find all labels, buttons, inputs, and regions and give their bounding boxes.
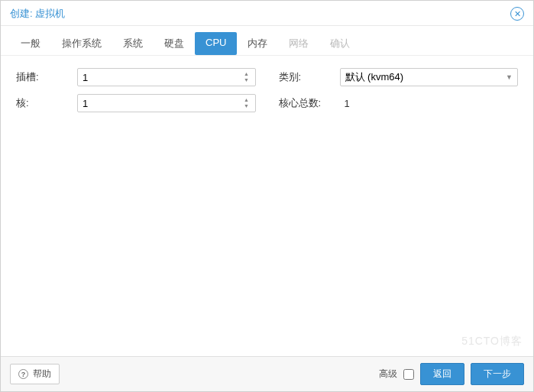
sockets-spinner-arrows[interactable]: ▲ ▼ [241,69,252,86]
tab-cpu[interactable]: CPU [195,32,237,55]
cores-row: 核: ▲ ▼ [16,94,256,112]
tab-os[interactable]: 操作系统 [51,32,112,55]
cores-field[interactable] [83,98,251,109]
dialog-body: 插槽: ▲ ▼ 类别: ▼ 核: [1,56,533,356]
tab-system[interactable]: 系统 [112,32,154,55]
wizard-tabs: 一般 操作系统 系统 硬盘 CPU 内存 网络 确认 [1,26,533,56]
cpu-form: 插槽: ▲ ▼ 类别: ▼ 核: [16,68,518,112]
help-label: 帮助 [33,368,51,381]
tab-memory[interactable]: 内存 [237,32,278,55]
sockets-label: 插槽: [16,70,77,84]
cores-label: 核: [16,96,77,110]
total-row: 核心总数: 1 [279,94,519,112]
type-select[interactable]: ▼ [340,68,519,86]
dialog-header: 创建: 虚拟机 ✕ [1,1,533,26]
advanced-checkbox[interactable] [403,369,414,380]
footer-right: 高级 返回 下一步 [379,363,524,385]
chevron-up-icon[interactable]: ▲ [241,71,252,77]
close-icon: ✕ [514,10,521,18]
tab-network: 网络 [278,32,319,55]
type-label: 类别: [279,70,340,84]
total-value: 1 [340,98,519,109]
close-button[interactable]: ✕ [510,7,524,21]
cores-spinner-arrows[interactable]: ▲ ▼ [241,95,252,112]
sockets-field[interactable] [83,72,251,83]
chevron-down-icon[interactable]: ▼ [506,73,513,81]
sockets-input[interactable]: ▲ ▼ [77,68,256,86]
chevron-up-icon[interactable]: ▲ [241,97,252,103]
sockets-row: 插槽: ▲ ▼ [16,68,256,86]
advanced-label: 高级 [379,368,397,381]
help-button[interactable]: ? 帮助 [10,364,60,384]
chevron-down-icon[interactable]: ▼ [241,77,252,83]
type-field[interactable] [345,72,513,83]
back-button[interactable]: 返回 [420,363,464,385]
cores-input[interactable]: ▲ ▼ [77,94,256,112]
create-vm-dialog: 创建: 虚拟机 ✕ 一般 操作系统 系统 硬盘 CPU 内存 网络 确认 插槽:… [0,0,534,392]
chevron-down-icon[interactable]: ▼ [241,103,252,109]
help-icon: ? [18,369,28,379]
tab-general[interactable]: 一般 [10,32,51,55]
tab-disk[interactable]: 硬盘 [154,32,195,55]
dialog-title: 创建: 虚拟机 [10,7,65,21]
total-label: 核心总数: [279,96,340,110]
watermark-text: 51CTO博客 [461,335,523,348]
type-row: 类别: ▼ [279,68,519,86]
tab-confirm: 确认 [319,32,361,55]
dialog-footer: ? 帮助 高级 返回 下一步 [1,356,533,391]
next-button[interactable]: 下一步 [471,363,524,385]
